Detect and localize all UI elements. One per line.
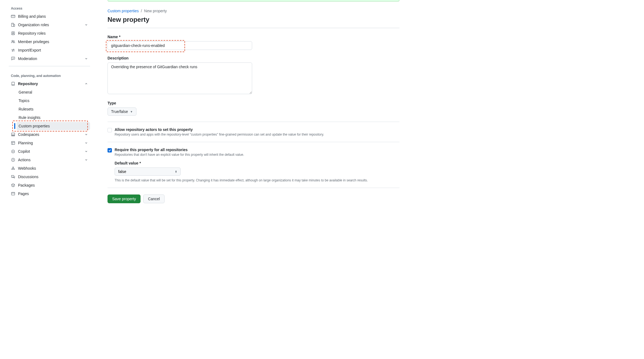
svg-rect-16 [11,142,15,145]
sidebar-item-custom-properties[interactable]: Custom properties [16,122,90,130]
svg-point-20 [13,151,14,152]
sidebar-item-label: Custom properties [19,124,88,128]
button-row: Save property Cancel [108,195,399,203]
chevron-down-icon [85,150,88,153]
svg-rect-14 [11,133,15,135]
name-label: Name * [108,35,399,39]
sidebar-item-import-export[interactable]: Import/Export [9,46,90,54]
type-value: True/false [111,109,128,114]
sidebar-item-label: Moderation [18,56,85,61]
sidebar-item-label: Discussions [18,175,88,179]
sidebar-sub-repository: General Topics Rulesets Rule insights Cu… [9,88,90,130]
chevron-down-icon [85,158,88,161]
breadcrumb-parent[interactable]: Custom properties [108,9,139,13]
form-group-name: Name * [108,35,399,50]
sidebar-item-repository[interactable]: Repository [9,80,90,88]
people-icon [11,40,15,44]
sidebar-item-codespaces[interactable]: Codespaces [9,130,90,139]
sidebar-item-discussions[interactable]: Discussions [9,173,90,181]
allow-actors-desc: Repository users and apps with the repos… [115,133,324,136]
webhook-icon [11,166,15,170]
svg-point-19 [12,151,13,152]
type-label: Type [108,101,399,105]
section-divider [108,142,399,142]
main-divider [108,28,399,28]
sidebar-item-planning[interactable]: Planning [9,139,90,147]
sidebar-item-rulesets[interactable]: Rulesets [16,105,90,113]
sidebar-divider [9,66,90,66]
sidebar-item-repo-roles[interactable]: Repository roles [9,29,90,37]
sidebar-item-member-privileges[interactable]: Member privileges [9,38,90,46]
sidebar-group-code: Code, planning, and automation [9,70,90,79]
sidebar-item-label: Billing and plans [18,14,88,19]
cancel-button[interactable]: Cancel [143,195,165,203]
caret-sort-icon: ▲▼ [175,170,177,173]
play-circle-icon [11,158,15,162]
default-value-text: false [118,169,126,174]
default-value-select[interactable]: false ▲▼ [115,167,181,176]
form-group-type: Type True/false ▼ [108,101,399,116]
breadcrumb: Custom properties / New property [108,9,399,13]
allow-actors-row: Allow repository actors to set this prop… [108,127,399,136]
svg-point-10 [12,40,13,41]
sidebar-item-copilot[interactable]: Copilot [9,147,90,155]
svg-rect-3 [14,24,15,26]
sidebar-item-label: Import/Export [18,48,88,52]
sidebar-item-label: Member privileges [18,40,88,44]
sidebar-item-webhooks[interactable]: Webhooks [9,164,90,172]
require-property-row: Require this property for all repositori… [108,148,399,182]
sidebar-item-general[interactable]: General [16,88,90,96]
sidebar-item-label: Rulesets [19,107,88,111]
sidebar-item-rule-insights[interactable]: Rule insights [16,113,90,122]
svg-point-25 [14,169,15,170]
breadcrumb-current: New property [144,9,167,13]
repo-icon [11,82,15,86]
sidebar-item-billing[interactable]: Billing and plans [9,12,90,20]
sidebar-item-label: Actions [18,158,85,162]
save-button[interactable]: Save property [108,195,141,203]
success-banner [108,0,399,2]
sidebar-item-label: Organization roles [18,23,85,27]
copilot-icon [11,149,15,154]
sidebar-item-label: Packages [18,183,88,187]
breadcrumb-separator: / [141,9,142,13]
sidebar-item-packages[interactable]: Packages [9,181,90,189]
sidebar: Access Billing and plans Organization ro… [4,0,94,210]
sidebar-item-moderation[interactable]: Moderation [9,55,90,63]
codespaces-icon [11,132,15,137]
section-divider [108,188,399,188]
svg-point-24 [12,169,13,170]
section-divider [108,122,399,122]
svg-rect-0 [11,15,15,18]
allow-actors-checkbox[interactable] [108,128,112,132]
default-value-label: Default value * [115,161,368,165]
sidebar-item-label: Webhooks [18,166,88,170]
id-badge-icon [11,31,15,35]
table-icon [11,141,15,145]
svg-point-23 [13,167,14,168]
require-property-checkbox[interactable] [108,148,112,152]
require-property-desc: Repositories that don't have an explicit… [115,153,368,157]
chevron-down-icon [85,133,88,136]
sidebar-item-label: General [19,90,88,94]
chevron-down-icon [85,23,88,26]
type-select[interactable]: True/false ▼ [108,107,136,116]
svg-marker-22 [13,159,14,161]
sidebar-item-pages[interactable]: Pages [9,190,90,198]
sidebar-item-actions[interactable]: Actions [9,156,90,164]
description-textarea[interactable] [108,62,252,94]
svg-point-11 [13,41,14,42]
default-value-note: This is the default value that will be s… [115,178,368,182]
svg-rect-15 [11,135,15,136]
chevron-down-icon [85,141,88,145]
description-label: Description [108,56,399,60]
sidebar-item-topics[interactable]: Topics [16,97,90,105]
chevron-down-icon [85,57,88,60]
form-group-description: Description [108,56,399,95]
sidebar-item-label: Pages [18,192,88,196]
name-input[interactable] [108,41,252,50]
main-content: Custom properties / New property New pro… [94,0,399,210]
organization-icon [11,23,15,27]
sidebar-item-label: Planning [18,141,85,145]
sidebar-item-org-roles[interactable]: Organization roles [9,21,90,29]
